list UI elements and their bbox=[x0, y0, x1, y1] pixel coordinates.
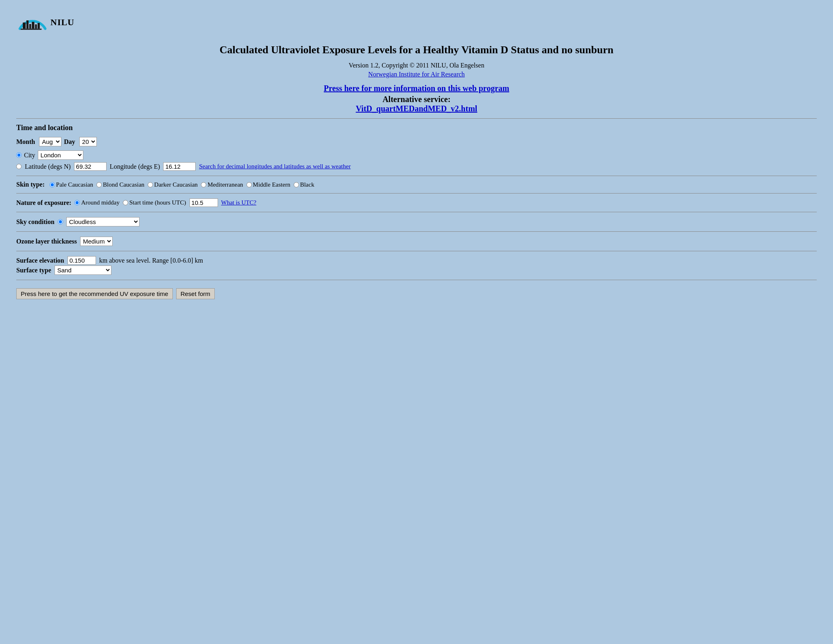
elevation-description: km above sea level. Range [0.0-6.0] km bbox=[99, 257, 203, 264]
alt-service-link[interactable]: VitD_quartMEDandMED_v2.html bbox=[16, 104, 817, 113]
skin-blond-option: Blond Caucasian bbox=[96, 181, 144, 188]
city-label: City bbox=[24, 152, 35, 159]
skin-black-radio[interactable] bbox=[294, 182, 299, 187]
longitude-input[interactable] bbox=[163, 162, 196, 171]
surface-type-row: Surface type Sand Grass Snow Water Urban bbox=[16, 265, 817, 275]
skin-mediterranean-radio[interactable] bbox=[201, 182, 206, 187]
latitude-input[interactable] bbox=[74, 162, 107, 171]
divider-4 bbox=[16, 212, 817, 212]
svg-rect-0 bbox=[23, 22, 26, 28]
start-time-input[interactable] bbox=[190, 198, 218, 207]
nilu-logo-icon bbox=[16, 8, 49, 37]
sky-radio[interactable] bbox=[58, 219, 63, 224]
alt-service-label: Alternative service: bbox=[382, 95, 450, 104]
version-text: Version 1.2, Copyright © 2011 NILU, Ola … bbox=[16, 62, 817, 69]
sky-condition-row: Sky condition Cloudless Partly cloudy Ov… bbox=[16, 217, 817, 226]
institute-link[interactable]: Norwegian Institute for Air Research bbox=[368, 71, 464, 78]
exposure-label: Nature of exposure: bbox=[16, 199, 71, 207]
month-day-row: Month JanFebMarApr MayJunJulAug SepOctNo… bbox=[16, 137, 817, 146]
elevation-input[interactable] bbox=[68, 256, 96, 265]
exposure-row: Nature of exposure: Around midday Start … bbox=[16, 198, 817, 207]
skin-mediterranean-label: Mediterranean bbox=[207, 181, 243, 188]
skin-mediterranean-option: Mediterranean bbox=[201, 181, 243, 188]
exposure-starttime-label: Start time (hours UTC) bbox=[129, 199, 186, 206]
day-label: Day bbox=[64, 138, 75, 146]
svg-rect-6 bbox=[21, 29, 42, 30]
surface-type-select[interactable]: Sand Grass Snow Water Urban bbox=[55, 265, 111, 275]
svg-rect-4 bbox=[35, 24, 37, 29]
divider-3 bbox=[16, 193, 817, 194]
calculate-button[interactable]: Press here to get the recommended UV exp… bbox=[16, 288, 173, 299]
city-row: City LondonOsloParisBerlin RomeMadridSto… bbox=[16, 150, 817, 160]
city-select[interactable]: LondonOsloParisBerlin RomeMadridStockhol… bbox=[38, 150, 83, 160]
exposure-starttime-option: Start time (hours UTC) bbox=[123, 199, 186, 206]
more-info-link[interactable]: Press here for more information on this … bbox=[16, 84, 817, 93]
utc-link[interactable]: What is UTC? bbox=[221, 199, 257, 206]
svg-rect-5 bbox=[37, 23, 39, 28]
skin-middleeastern-radio[interactable] bbox=[246, 182, 252, 187]
elevation-row: Surface elevation km above sea level. Ra… bbox=[16, 256, 817, 265]
city-radio[interactable] bbox=[16, 152, 22, 158]
svg-rect-3 bbox=[32, 22, 34, 29]
skin-pale-option: Pale Caucasian bbox=[50, 181, 93, 188]
logo-area: NILU bbox=[16, 8, 817, 37]
skin-type-row: Skin type: Pale Caucasian Blond Caucasia… bbox=[16, 181, 817, 188]
skin-black-option: Black bbox=[294, 181, 314, 188]
skin-darker-label: Darker Caucasian bbox=[154, 181, 198, 188]
divider-5 bbox=[16, 231, 817, 232]
month-select[interactable]: JanFebMarApr MayJunJulAug SepOctNovDec bbox=[39, 137, 61, 146]
divider-1 bbox=[16, 118, 817, 119]
divider-7 bbox=[16, 280, 817, 280]
latitude-label: Latitude (degs N) bbox=[25, 163, 71, 170]
skin-darker-option: Darker Caucasian bbox=[148, 181, 198, 188]
svg-rect-1 bbox=[26, 20, 28, 28]
time-location-section-title: Time and location bbox=[16, 124, 817, 132]
info-links-section: Press here for more information on this … bbox=[16, 84, 817, 113]
skin-darker-radio[interactable] bbox=[148, 182, 153, 187]
skin-black-label: Black bbox=[300, 181, 314, 188]
elevation-label: Surface elevation bbox=[16, 257, 64, 264]
ozone-label: Ozone layer thickness bbox=[16, 238, 77, 245]
svg-rect-2 bbox=[29, 24, 31, 29]
skin-pale-radio[interactable] bbox=[50, 182, 55, 187]
button-row: Press here to get the recommended UV exp… bbox=[16, 288, 817, 299]
day-select[interactable]: 12345 678910 1112131415 1617181920 21222… bbox=[79, 137, 97, 146]
divider-2 bbox=[16, 176, 817, 176]
exposure-starttime-radio[interactable] bbox=[123, 200, 128, 205]
skin-pale-label: Pale Caucasian bbox=[56, 181, 93, 188]
exposure-midday-label: Around midday bbox=[81, 199, 120, 206]
surface-type-label: Surface type bbox=[16, 267, 51, 274]
lat-lon-row: Latitude (degs N) Longitude (degs E) Sea… bbox=[16, 162, 817, 171]
exposure-midday-radio[interactable] bbox=[74, 200, 80, 205]
exposure-midday-option: Around midday bbox=[74, 199, 120, 206]
skin-middleeastern-label: Middle Eastern bbox=[253, 181, 290, 188]
search-latlon-link[interactable]: Search for decimal longitudes and latitu… bbox=[199, 163, 351, 170]
sky-select[interactable]: Cloudless Partly cloudy Overcast bbox=[66, 217, 140, 226]
page-title: Calculated Ultraviolet Exposure Levels f… bbox=[16, 44, 817, 56]
ozone-row: Ozone layer thickness Low Medium High bbox=[16, 237, 817, 246]
sky-label: Sky condition bbox=[16, 218, 55, 226]
skin-middleeastern-option: Middle Eastern bbox=[246, 181, 290, 188]
ozone-select[interactable]: Low Medium High bbox=[80, 237, 113, 246]
logo-text: NILU bbox=[50, 17, 74, 27]
skin-type-label: Skin type: bbox=[16, 181, 45, 188]
longitude-label: Longitude (degs E) bbox=[110, 163, 160, 170]
latlon-radio[interactable] bbox=[16, 164, 22, 169]
reset-button[interactable]: Reset form bbox=[176, 288, 215, 299]
skin-blond-label: Blond Caucasian bbox=[103, 181, 144, 188]
month-label: Month bbox=[16, 138, 35, 146]
skin-blond-radio[interactable] bbox=[96, 182, 102, 187]
divider-6 bbox=[16, 251, 817, 251]
